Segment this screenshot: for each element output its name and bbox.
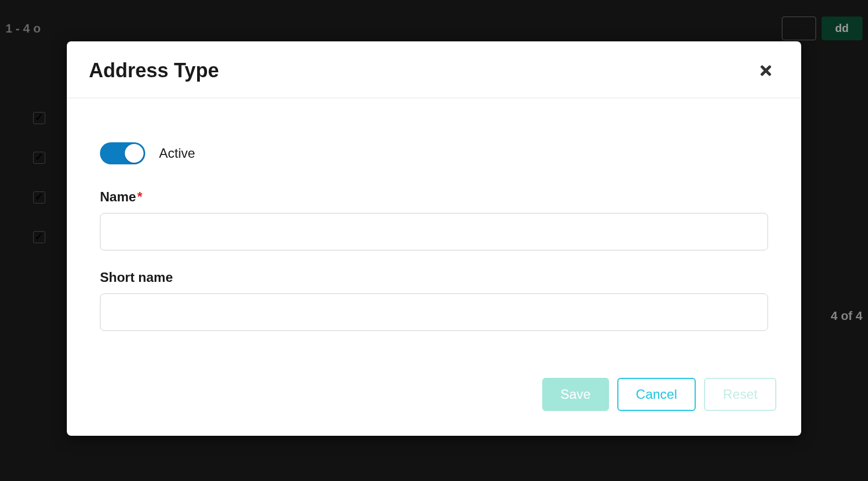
active-toggle-row: Active [100,142,768,164]
required-indicator: * [137,189,142,204]
cancel-button[interactable]: Cancel [617,378,696,411]
name-input[interactable] [100,213,768,250]
name-field-group: Name* [100,189,768,250]
modal-footer: Save Cancel Reset [67,372,801,436]
name-label: Name* [100,189,768,205]
close-icon [758,63,774,78]
short-name-field-group: Short name [100,270,768,331]
modal-title: Address Type [89,59,219,82]
address-type-modal: Address Type Active Name* [67,41,801,436]
short-name-input[interactable] [100,293,768,331]
modal-body: Active Name* Short name [67,98,801,372]
active-toggle[interactable] [100,142,145,164]
reset-button[interactable]: Reset [704,378,776,411]
short-name-label: Short name [100,270,768,285]
save-button[interactable]: Save [542,378,609,411]
close-button[interactable] [758,63,774,78]
toggle-knob [125,144,144,163]
modal-overlay: Address Type Active Name* [0,0,868,481]
active-toggle-label: Active [159,146,195,161]
modal-header: Address Type [67,41,801,98]
name-label-text: Name [100,189,136,204]
